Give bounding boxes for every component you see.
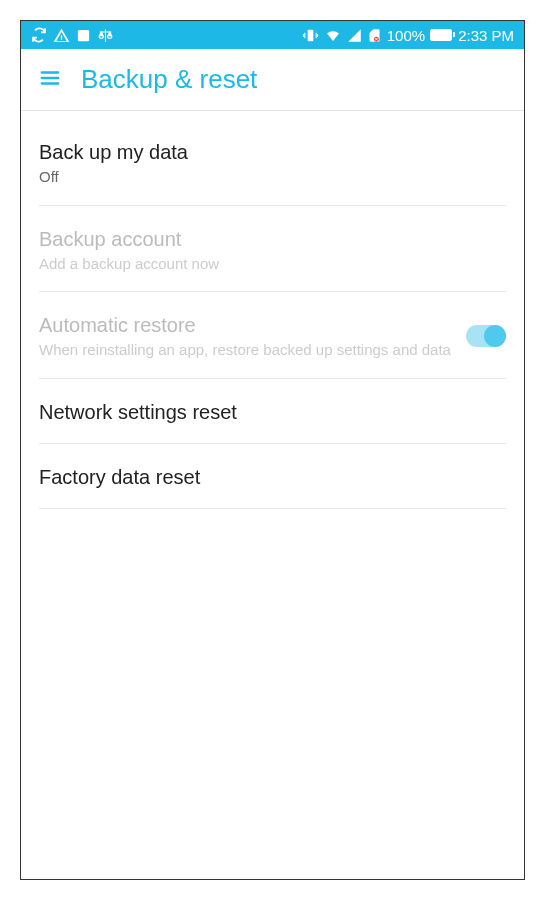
setting-subtitle: When reinstalling an app, restore backed… xyxy=(39,340,454,360)
setting-factory-reset[interactable]: Factory data reset xyxy=(39,444,506,509)
sd-card-icon xyxy=(367,28,382,43)
svg-rect-1 xyxy=(307,29,313,40)
svg-rect-0 xyxy=(78,29,89,40)
vibrate-icon xyxy=(302,27,319,44)
setting-backup-my-data[interactable]: Back up my data Off xyxy=(39,111,506,206)
signal-icon xyxy=(347,28,362,43)
setting-subtitle: Off xyxy=(39,167,506,187)
setting-automatic-restore: Automatic restore When reinstalling an a… xyxy=(39,292,506,379)
app-bar: Backup & reset xyxy=(21,49,524,111)
battery-percent: 100% xyxy=(387,27,425,44)
setting-network-reset[interactable]: Network settings reset xyxy=(39,379,506,444)
image-icon xyxy=(76,28,91,43)
automatic-restore-toggle[interactable] xyxy=(466,325,506,347)
battery-icon xyxy=(430,29,453,41)
setting-title: Backup account xyxy=(39,226,506,252)
setting-backup-account: Backup account Add a backup account now xyxy=(39,206,506,293)
setting-title: Back up my data xyxy=(39,139,506,165)
settings-list: Back up my data Off Backup account Add a… xyxy=(21,111,524,509)
status-bar: 100% 2:33 PM xyxy=(21,21,524,49)
menu-icon[interactable] xyxy=(39,67,61,93)
balance-icon xyxy=(97,27,114,44)
sync-icon xyxy=(31,27,47,43)
status-time: 2:33 PM xyxy=(458,27,514,44)
page-title: Backup & reset xyxy=(81,64,257,95)
setting-subtitle: Add a backup account now xyxy=(39,254,506,274)
wifi-icon xyxy=(324,26,342,44)
setting-title: Automatic restore xyxy=(39,312,454,338)
warning-icon xyxy=(53,27,70,44)
setting-title: Factory data reset xyxy=(39,464,506,490)
setting-title: Network settings reset xyxy=(39,399,506,425)
